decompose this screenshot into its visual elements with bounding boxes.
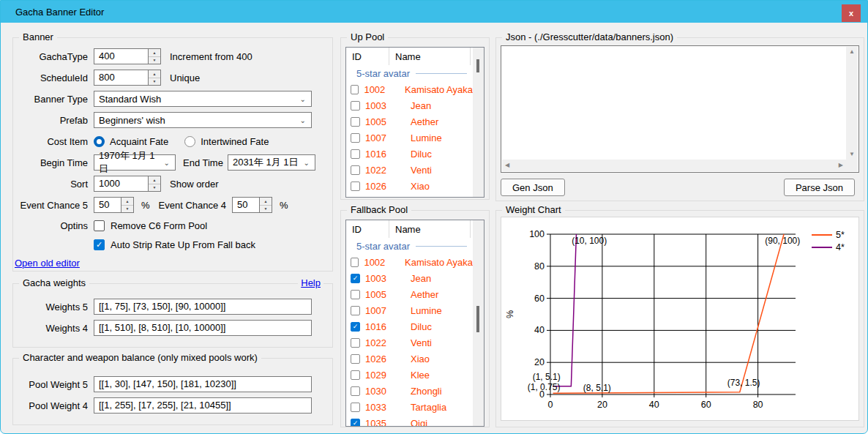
spinner-up-icon[interactable]: ▲ <box>149 49 160 57</box>
pool-row[interactable]: ✓1016Diluc <box>346 318 473 334</box>
pool-row[interactable]: 1002Kamisato Ayaka <box>346 81 473 97</box>
row-checkbox[interactable] <box>351 258 359 267</box>
pool-row[interactable]: 1007Lumine <box>346 130 473 146</box>
schedule-id-spinner[interactable]: 800 ▲▼ <box>94 70 161 86</box>
event-chance-5-unit: % <box>141 200 150 211</box>
cost-item-row: Cost Item Acquaint Fate Intertwined Fate <box>15 133 332 149</box>
pool-row[interactable]: 1030Zhongli <box>346 383 473 399</box>
weights-4-label: Weights 4 <box>15 323 88 334</box>
gen-json-button[interactable]: Gen Json <box>501 179 565 196</box>
remove-c6-label[interactable]: Remove C6 Form Pool <box>111 220 207 231</box>
fallback-pool-header: ID Name <box>346 220 473 238</box>
pool-row[interactable]: 1033Tartaglia <box>346 399 473 415</box>
spinner-up-icon[interactable]: ▲ <box>260 198 272 206</box>
pool-row[interactable]: 1026Xiao <box>346 351 473 367</box>
pool-row[interactable]: ✓1003Jean <box>346 270 473 286</box>
pool-row[interactable]: 1005Aether <box>346 286 473 302</box>
event-chance-4-value[interactable]: 50 <box>233 198 259 212</box>
row-checkbox[interactable] <box>351 403 360 412</box>
scroll-down-icon[interactable]: ▼ <box>849 151 855 157</box>
pool-weight-5-input[interactable]: [[1, 30], [147, 150], [181, 10230]] <box>94 376 312 392</box>
banner-type-combobox[interactable]: Standard Wish ⌄ <box>94 91 312 107</box>
prefab-combobox[interactable]: Beginners' wish ⌄ <box>94 112 312 128</box>
spinner-down-icon[interactable]: ▼ <box>149 78 160 86</box>
fallback-pool-scrollbar[interactable] <box>473 220 484 426</box>
auto-strip-checkbox[interactable]: ✓ <box>94 239 105 250</box>
row-checkbox[interactable] <box>351 370 360 380</box>
gacha-type-value[interactable]: 400 <box>94 49 148 64</box>
id-column-header[interactable]: ID <box>346 220 389 238</box>
spinner-down-icon[interactable]: ▼ <box>260 206 272 213</box>
spinner-down-icon[interactable]: ▼ <box>149 57 160 64</box>
pool-row[interactable]: ✓1035Qiqi <box>346 415 473 427</box>
row-checkbox[interactable] <box>351 117 360 127</box>
row-checkbox[interactable]: ✓ <box>351 419 360 427</box>
begin-time-picker[interactable]: 1970年 1月 1日 ⌄ <box>94 154 176 171</box>
weights-4-input[interactable]: [[1, 510], [8, 510], [10, 10000]] <box>94 320 312 336</box>
row-checkbox[interactable] <box>351 290 360 299</box>
help-link[interactable]: Help <box>298 277 323 288</box>
spinner-up-icon[interactable]: ▲ <box>149 70 160 78</box>
pool-row[interactable]: 1002Kamisato Ayaka <box>346 254 473 270</box>
row-checkbox[interactable] <box>351 133 360 143</box>
end-time-picker[interactable]: 2031年 1月 1日 ⌄ <box>228 154 315 171</box>
row-checkbox[interactable] <box>351 354 360 364</box>
event-chance-5-spinner[interactable]: 50 ▲▼ <box>94 197 134 213</box>
event-chance-4-spinner[interactable]: 50 ▲▼ <box>232 197 272 213</box>
row-checkbox[interactable] <box>351 182 360 191</box>
pool-row[interactable]: 1022Venti <box>346 334 473 351</box>
remove-c6-checkbox[interactable] <box>94 220 105 231</box>
close-button[interactable]: x <box>842 4 861 22</box>
scroll-up-icon[interactable]: ▲ <box>849 49 855 55</box>
time-row: Begin Time 1970年 1月 1日 ⌄ End Time 2031年 … <box>15 154 332 171</box>
row-name: Lumine <box>411 132 442 143</box>
parse-json-button[interactable]: Parse Json <box>784 179 855 196</box>
intertwined-fate-label[interactable]: Intertwined Fate <box>201 136 269 147</box>
horizontal-scrollbar[interactable]: ◀ ▶ <box>502 160 846 171</box>
pool-row[interactable]: 1016Diluc <box>346 146 473 162</box>
sort-value[interactable]: 1000 <box>94 176 148 191</box>
row-checkbox[interactable] <box>351 149 360 159</box>
row-checkbox[interactable]: ✓ <box>351 322 360 332</box>
auto-strip-label[interactable]: Auto Strip Rate Up From Fall back <box>111 239 255 250</box>
name-column-header[interactable]: Name <box>389 48 471 65</box>
pool-row[interactable]: 1029Klee <box>346 367 473 383</box>
json-textarea[interactable]: ▲ ▼ ◀ ▶ <box>501 45 859 173</box>
pool-weight-4-input[interactable]: [[1, 255], [17, 255], [21, 10455]] <box>94 397 312 414</box>
titlebar[interactable]: Gacha Banner Editor x <box>1 1 867 23</box>
pool-row[interactable]: 1026Xiao <box>346 178 473 194</box>
pool-row[interactable]: 1007Lumine <box>346 302 473 318</box>
sort-spinner[interactable]: 1000 ▲▼ <box>94 176 161 192</box>
spinner-up-icon[interactable]: ▲ <box>149 176 160 184</box>
pool-row[interactable]: 1022Venti <box>346 162 473 178</box>
open-old-editor-link[interactable]: Open old editor <box>15 258 80 269</box>
row-checkbox[interactable] <box>351 101 360 111</box>
row-id: 1016 <box>365 149 397 160</box>
scrollbar-thumb[interactable] <box>476 306 479 332</box>
scrollbar-thumb[interactable] <box>476 59 479 72</box>
row-checkbox[interactable] <box>351 165 360 175</box>
id-column-header[interactable]: ID <box>346 48 389 65</box>
spinner-up-icon[interactable]: ▲ <box>121 198 133 206</box>
acquaint-fate-radio[interactable] <box>94 136 105 147</box>
gacha-type-spinner[interactable]: 400 ▲▼ <box>94 48 161 64</box>
row-checkbox[interactable] <box>351 386 360 396</box>
spinner-down-icon[interactable]: ▼ <box>149 184 160 192</box>
acquaint-fate-label[interactable]: Acquaint Fate <box>110 136 168 147</box>
spinner-down-icon[interactable]: ▼ <box>121 206 133 213</box>
row-checkbox[interactable] <box>351 338 360 348</box>
event-chance-5-value[interactable]: 50 <box>94 198 121 212</box>
row-checkbox[interactable] <box>351 306 360 315</box>
name-column-header[interactable]: Name <box>389 220 471 238</box>
intertwined-fate-radio[interactable] <box>184 136 195 147</box>
schedule-id-value[interactable]: 800 <box>94 70 148 85</box>
row-checkbox[interactable] <box>351 85 359 94</box>
pool-row[interactable]: 1005Aether <box>346 113 473 130</box>
scroll-right-icon[interactable]: ▶ <box>839 162 843 168</box>
pool-row[interactable]: 1003Jean <box>346 97 473 113</box>
vertical-scrollbar[interactable]: ▲ ▼ <box>846 47 858 160</box>
weights-5-input[interactable]: [[1, 75], [73, 150], [90, 10000]] <box>94 299 312 315</box>
scroll-left-icon[interactable]: ◀ <box>505 162 509 168</box>
row-checkbox[interactable]: ✓ <box>351 274 360 283</box>
up-pool-scrollbar[interactable] <box>473 48 484 197</box>
